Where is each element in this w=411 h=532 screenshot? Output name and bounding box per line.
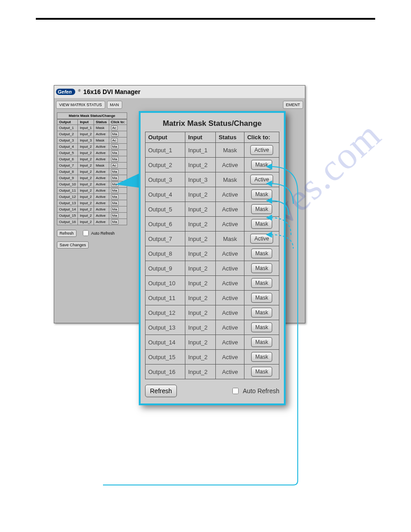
fg-refresh-button[interactable]: Refresh — [145, 385, 177, 397]
mini-toggle-button[interactable]: Ma — [111, 194, 119, 199]
fg-auto-refresh-checkbox[interactable] — [232, 388, 239, 394]
fg-toggle-button[interactable]: Mask — [251, 160, 272, 170]
mini-cell-output: Output_13 — [57, 200, 78, 206]
mini-toggle-button[interactable]: Ma — [111, 213, 119, 218]
fg-toggle-button[interactable]: Mask — [251, 352, 272, 362]
fg-cell-output: Output_9 — [146, 261, 185, 276]
fg-toggle-button[interactable]: Active — [250, 175, 273, 184]
fg-cell-output: Output_15 — [146, 350, 185, 365]
mini-cell-status: Mask — [94, 163, 109, 169]
fg-toggle-button[interactable]: Active — [250, 234, 273, 244]
fg-cell-status: Active — [216, 320, 244, 335]
mini-cell-output: Output_8 — [57, 169, 78, 175]
fg-auto-refresh[interactable]: Auto Refresh — [231, 386, 279, 395]
mini-refresh-button[interactable]: Refresh — [57, 230, 77, 237]
fg-cell-output: Output_16 — [146, 365, 185, 379]
fg-cell-status: Active — [216, 217, 244, 232]
fg-cell-input: Input_2 — [185, 261, 216, 276]
mini-toggle-button[interactable]: Ma — [111, 150, 119, 155]
mini-toggle-button[interactable]: Ma — [111, 132, 119, 137]
mini-toggle-button[interactable]: Ma — [111, 144, 119, 149]
fg-cell-output: Output_13 — [146, 320, 185, 335]
mini-th-input: Input — [78, 120, 94, 125]
table-row: Output_7Input_2MaskAc — [57, 163, 127, 169]
fg-toggle-button[interactable]: Mask — [251, 293, 272, 303]
mini-cell-status: Mask — [94, 137, 109, 144]
mini-toggle-button[interactable]: Ac — [111, 125, 118, 130]
mini-cell-output: Output_10 — [57, 181, 78, 188]
view-matrix-status-button[interactable]: VIEW MATRIX STATUS — [56, 101, 105, 109]
mini-cell-input: Input_2 — [78, 188, 94, 194]
mini-toggle-button[interactable]: Ma — [111, 188, 119, 193]
fg-cell-input: Input_2 — [185, 158, 216, 172]
app-title: 16x16 DVI Manager — [83, 88, 141, 95]
fg-cell-input: Input_2 — [185, 232, 216, 246]
toolbar: VIEW MATRIX STATUS MAN EMENT — [54, 98, 305, 112]
fg-toggle-button[interactable]: Active — [250, 145, 273, 155]
mini-toggle-button[interactable]: Ac — [111, 138, 118, 143]
fg-cell-status: Active — [216, 305, 244, 320]
mini-cell-output: Output_7 — [57, 163, 78, 169]
mini-cell-input: Input_2 — [78, 181, 94, 188]
mini-toggle-button[interactable]: Ma — [111, 207, 119, 212]
mini-cell-output: Output_14 — [57, 206, 78, 213]
mini-cell-output: Output_5 — [57, 150, 78, 156]
fg-cell-output: Output_5 — [146, 202, 185, 217]
table-row: Output_15Input_2ActiveMa — [57, 213, 127, 219]
fg-toggle-button[interactable]: Mask — [251, 278, 272, 288]
mini-cell-input: Input_3 — [78, 137, 94, 144]
fg-toggle-button[interactable]: Mask — [251, 308, 272, 317]
mini-cell-output: Output_11 — [57, 188, 78, 194]
mini-toggle-button[interactable]: Ma — [111, 219, 119, 224]
fg-toggle-button[interactable]: Mask — [251, 337, 272, 347]
brand-logo: Gefen — [56, 89, 75, 95]
fg-cell-output: Output_7 — [146, 232, 185, 246]
mini-cell-output: Output_12 — [57, 194, 78, 200]
fg-cell-status: Active — [216, 187, 244, 202]
mini-toggle-button[interactable]: Ma — [111, 157, 119, 162]
mini-th-status: Status — [94, 120, 109, 125]
fg-toggle-button[interactable]: Mask — [251, 219, 272, 229]
mini-cell-input: Input_2 — [78, 206, 94, 213]
mini-toggle-button[interactable]: Ac — [111, 163, 118, 168]
mini-cell-input: Input_2 — [78, 156, 94, 163]
fg-cell-input: Input_3 — [185, 172, 216, 187]
toolbar-button-partial-left[interactable]: MAN — [107, 101, 122, 109]
fg-toggle-button[interactable]: Mask — [251, 189, 272, 199]
fg-cell-output: Output_4 — [146, 187, 185, 202]
fg-toggle-button[interactable]: Mask — [251, 367, 272, 377]
fg-cell-status: Active — [216, 365, 244, 379]
mini-cell-input: Input_2 — [78, 213, 94, 219]
fg-cell-status: Active — [216, 291, 244, 305]
fg-cell-input: Input_2 — [185, 335, 216, 350]
table-row: Output_13Input_2ActiveMask — [146, 320, 279, 335]
registered-icon: ® — [78, 89, 81, 93]
fg-cell-status: Active — [216, 350, 244, 365]
fg-mask-table: Output Input Status Click to: Output_1In… — [145, 132, 279, 379]
toolbar-button-partial-right[interactable]: EMENT — [283, 101, 304, 109]
fg-cell-status: Mask — [216, 232, 244, 246]
fg-cell-input: Input_2 — [185, 187, 216, 202]
table-row: Output_1Input_1MaskAc — [57, 125, 127, 131]
mini-auto-refresh-checkbox[interactable] — [83, 230, 89, 236]
mini-auto-refresh[interactable]: Auto Refresh — [81, 229, 115, 237]
mini-cell-status: Active — [94, 219, 109, 225]
fg-cell-output: Output_2 — [146, 158, 185, 172]
mini-cell-status: Active — [94, 206, 109, 213]
fg-th-input: Input — [185, 132, 216, 143]
fg-toggle-button[interactable]: Mask — [251, 204, 272, 214]
fg-cell-input: Input_2 — [185, 217, 216, 232]
fg-cell-status: Active — [216, 246, 244, 261]
fg-cell-output: Output_12 — [146, 305, 185, 320]
mini-th-output: Output — [57, 120, 78, 125]
mini-toggle-button[interactable]: Ma — [111, 201, 119, 206]
save-changes-button[interactable]: Save Changes — [57, 241, 89, 249]
fg-toggle-button[interactable]: Mask — [251, 263, 272, 273]
fg-toggle-button[interactable]: Mask — [251, 249, 272, 258]
fg-cell-status: Active — [216, 276, 244, 291]
mini-cell-input: Input_2 — [78, 144, 94, 150]
fg-toggle-button[interactable]: Mask — [251, 322, 272, 332]
table-row: Output_2Input_2ActiveMa — [57, 131, 127, 137]
mini-cell-input: Input_2 — [78, 169, 94, 175]
fg-cell-input: Input_1 — [185, 143, 216, 158]
